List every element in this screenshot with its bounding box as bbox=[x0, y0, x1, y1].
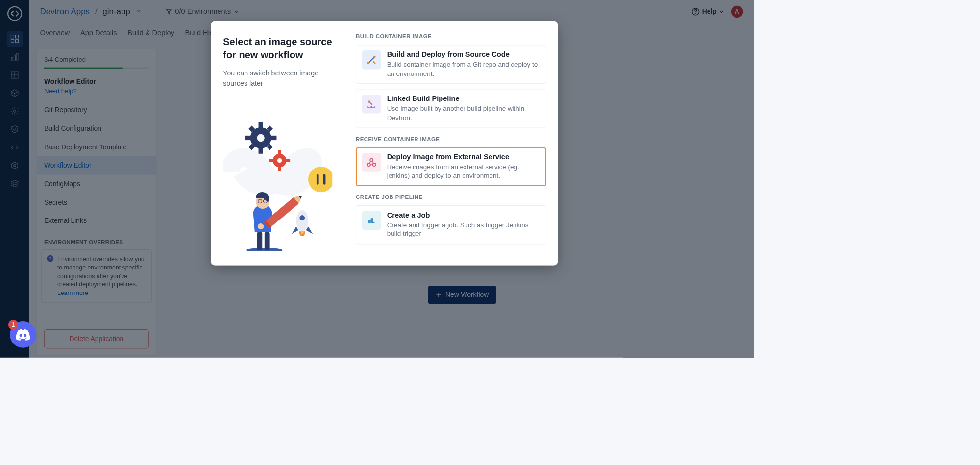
webhook-icon bbox=[362, 153, 381, 171]
svg-point-48 bbox=[368, 163, 370, 166]
option-title: Linked Build Pipeline bbox=[387, 95, 540, 103]
svg-rect-51 bbox=[371, 218, 373, 223]
svg-rect-52 bbox=[373, 222, 374, 223]
option-desc: Create and trigger a job. Such as trigge… bbox=[387, 220, 540, 238]
svg-point-46 bbox=[368, 101, 370, 103]
option-desc: Build container image from a Git repo an… bbox=[387, 60, 540, 78]
svg-point-34 bbox=[299, 215, 305, 220]
svg-rect-27 bbox=[278, 167, 281, 171]
option-title: Deploy Image from External Service bbox=[387, 153, 540, 161]
option-deploy-external[interactable]: Deploy Image from External Service Recei… bbox=[356, 147, 546, 186]
svg-rect-36 bbox=[257, 232, 262, 250]
svg-rect-18 bbox=[245, 136, 251, 140]
discord-button[interactable]: 1 bbox=[10, 321, 36, 348]
modal-subtitle: You can switch between image sources lat… bbox=[223, 68, 332, 89]
svg-rect-26 bbox=[278, 150, 281, 154]
svg-rect-28 bbox=[269, 159, 273, 162]
svg-rect-29 bbox=[286, 159, 290, 162]
image-source-modal: Select an image source for new workflow … bbox=[211, 21, 558, 265]
svg-point-45 bbox=[373, 56, 376, 58]
svg-rect-31 bbox=[317, 174, 319, 185]
modal-right-panel: BUILD CONTAINER IMAGE Build and Deploy f… bbox=[344, 21, 558, 265]
option-title: Create a Job bbox=[387, 211, 540, 219]
option-desc: Use image built by another build pipelin… bbox=[387, 104, 540, 122]
section-receive-label: RECEIVE CONTAINER IMAGE bbox=[356, 135, 546, 142]
svg-rect-16 bbox=[259, 122, 263, 128]
option-title: Build and Deploy from Source Code bbox=[387, 50, 540, 59]
discord-icon bbox=[16, 329, 30, 340]
svg-point-49 bbox=[373, 163, 376, 166]
svg-rect-17 bbox=[259, 147, 263, 153]
illustration bbox=[223, 111, 332, 251]
option-desc: Receive images from an external service … bbox=[387, 163, 540, 180]
svg-rect-37 bbox=[265, 232, 270, 250]
option-linked-pipeline[interactable]: Linked Build Pipeline Use image built by… bbox=[356, 89, 546, 128]
modal-left-panel: Select an image source for new workflow … bbox=[211, 21, 344, 265]
svg-rect-50 bbox=[368, 220, 371, 223]
discord-notification-badge: 1 bbox=[8, 320, 18, 330]
option-create-job[interactable]: Create a Job Create and trigger a job. S… bbox=[356, 205, 546, 244]
job-icon bbox=[362, 211, 381, 229]
option-build-deploy-source[interactable]: Build and Deploy from Source Code Build … bbox=[356, 45, 546, 84]
svg-point-44 bbox=[368, 62, 370, 64]
tools-icon bbox=[362, 50, 381, 69]
modal-title: Select an image source for new workflow bbox=[223, 35, 332, 62]
svg-point-25 bbox=[277, 158, 282, 163]
link-tools-icon bbox=[362, 95, 381, 113]
svg-rect-32 bbox=[323, 174, 326, 185]
section-build-label: BUILD CONTAINER IMAGE bbox=[356, 33, 546, 40]
svg-point-15 bbox=[257, 134, 264, 142]
section-job-label: CREATE JOB PIPELINE bbox=[356, 194, 546, 200]
svg-point-43 bbox=[258, 223, 264, 229]
svg-point-33 bbox=[296, 210, 308, 231]
svg-rect-19 bbox=[270, 136, 276, 140]
